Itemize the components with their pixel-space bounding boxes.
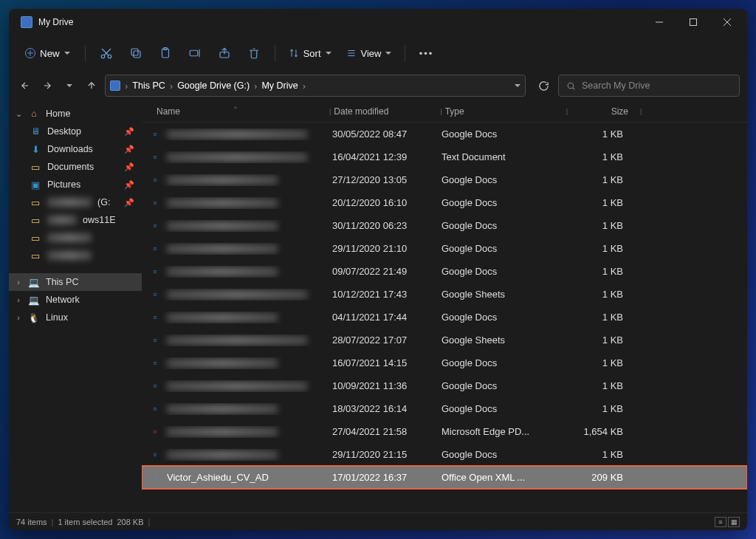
status-size: 208 KB xyxy=(117,518,143,526)
file-row[interactable]: ▫09/07/2022 21:49Google Docs1 KB xyxy=(142,260,747,283)
status-bar: 74 items | 1 item selected 208 KB | ≡ ▦ xyxy=(9,512,747,530)
file-row[interactable]: ▫30/11/2020 06:23Google Docs1 KB xyxy=(142,214,747,237)
delete-button[interactable] xyxy=(241,41,267,65)
back-button[interactable] xyxy=(16,77,34,95)
file-type: Google Docs xyxy=(441,220,560,231)
svg-rect-8 xyxy=(134,51,140,58)
file-row[interactable]: ▫20/12/2020 16:10Google Docs1 KB xyxy=(142,191,747,214)
file-row[interactable]: ▫10/09/2021 11:36Google Docs1 KB xyxy=(142,374,747,397)
new-button[interactable]: New xyxy=(18,45,78,62)
details-view-button[interactable]: ≡ xyxy=(715,517,726,527)
file-size: 1 KB xyxy=(566,357,632,368)
file-icon: ▫ xyxy=(149,380,161,392)
file-row[interactable]: ▫27/04/2021 21:58Microsoft Edge PD...1,6… xyxy=(142,420,747,443)
sidebar-item-network[interactable]: ›💻Network xyxy=(9,291,142,309)
window-title: My Drive xyxy=(38,17,73,27)
file-size: 1 KB xyxy=(566,289,632,300)
minimize-button[interactable] xyxy=(642,10,676,34)
column-header-name[interactable]: Name^ xyxy=(142,106,326,117)
sidebar-item-downloads[interactable]: ⬇Downloads📌 xyxy=(9,140,142,158)
up-button[interactable] xyxy=(83,77,100,95)
file-date: 28/07/2022 17:07 xyxy=(332,334,436,346)
sidebar-item-blurred[interactable]: ▭ xyxy=(9,247,142,264)
sidebar: ⌄⌂Home 🖥Desktop📌 ⬇Downloads📌 ▭Documents📌… xyxy=(9,100,142,512)
file-list[interactable]: ▫30/05/2022 08:47Google Docs1 KB▫16/04/2… xyxy=(142,123,747,512)
sidebar-item-documents[interactable]: ▭Documents📌 xyxy=(9,158,142,176)
file-row[interactable]: ▫29/11/2020 21:15Google Docs1 KB xyxy=(142,443,747,466)
file-icon: ▫ xyxy=(149,128,161,140)
more-button[interactable]: ••• xyxy=(413,41,439,65)
chevron-down-icon xyxy=(326,52,331,55)
sidebar-item-desktop[interactable]: 🖥Desktop📌 xyxy=(9,123,142,140)
file-date: 17/01/2022 16:37 xyxy=(332,472,436,483)
sidebar-item-blurred[interactable]: ▭ows11E xyxy=(9,211,142,229)
file-row[interactable]: ▫16/07/2021 14:15Google Docs1 KB xyxy=(142,351,747,374)
file-date: 30/05/2022 08:47 xyxy=(332,128,436,140)
breadcrumb-segment[interactable]: Google Drive (G:) xyxy=(177,80,250,91)
view-icon xyxy=(346,48,357,58)
file-type: Google Docs xyxy=(441,197,560,208)
file-row[interactable]: ▫10/12/2021 17:43Google Sheets1 KB xyxy=(142,283,747,306)
view-button[interactable]: View xyxy=(340,45,398,62)
file-size: 1 KB xyxy=(566,243,632,254)
file-row[interactable]: ▫29/11/2020 21:10Google Docs1 KB xyxy=(142,237,747,260)
icons-view-button[interactable]: ▦ xyxy=(728,517,740,527)
file-date: 16/04/2021 12:39 xyxy=(332,151,436,162)
close-button[interactable] xyxy=(710,10,744,34)
sidebar-item-blurred[interactable]: ▭ xyxy=(9,229,142,247)
file-row[interactable]: ▫18/03/2022 16:14Google Docs1 KB xyxy=(142,397,747,420)
file-date: 10/09/2021 11:36 xyxy=(332,380,436,391)
titlebar[interactable]: My Drive xyxy=(9,9,747,35)
search-input[interactable] xyxy=(582,80,732,91)
file-row[interactable]: ▫30/05/2022 08:47Google Docs1 KB xyxy=(142,123,747,145)
file-name: Victor_Ashiedu_CV_AD xyxy=(167,472,269,483)
sort-button[interactable]: Sort xyxy=(283,45,337,62)
breadcrumb-segment[interactable]: My Drive xyxy=(261,80,298,91)
recent-button[interactable] xyxy=(61,77,78,95)
sidebar-item-pictures[interactable]: ▣Pictures📌 xyxy=(9,176,142,193)
file-pane: Name^| Date modified| Type| Size| ▫30/05… xyxy=(142,100,747,512)
chevron-down-icon[interactable] xyxy=(515,84,520,87)
chevron-down-icon xyxy=(64,52,70,55)
copy-button[interactable] xyxy=(123,41,149,65)
file-size: 1 KB xyxy=(566,334,632,346)
file-row[interactable]: ▫27/12/2020 13:05Google Docs1 KB xyxy=(142,168,747,191)
sidebar-item-home[interactable]: ⌄⌂Home xyxy=(9,105,142,123)
file-size: 1 KB xyxy=(566,266,632,277)
file-size: 1,654 KB xyxy=(566,426,632,437)
file-type: Microsoft Edge PD... xyxy=(441,426,560,437)
file-row[interactable]: ▫04/11/2021 17:44Google Docs1 KB xyxy=(142,306,747,329)
status-selected: 1 item selected xyxy=(58,518,112,526)
rename-button[interactable] xyxy=(182,41,208,65)
pin-icon: 📌 xyxy=(124,162,134,172)
forward-button[interactable] xyxy=(38,77,56,95)
plus-icon xyxy=(25,48,35,58)
column-headers[interactable]: Name^| Date modified| Type| Size| xyxy=(142,100,747,123)
file-row[interactable]: ▫28/07/2022 17:07Google Sheets1 KB xyxy=(142,329,747,351)
sidebar-item-this-pc[interactable]: ›💻This PC xyxy=(9,273,142,291)
sidebar-item-blurred[interactable]: ▭ (G:📌 xyxy=(9,193,142,211)
column-header-type[interactable]: Type xyxy=(445,106,563,117)
svg-rect-1 xyxy=(690,19,697,26)
share-button[interactable] xyxy=(211,41,238,65)
column-header-size[interactable]: Size xyxy=(571,106,637,117)
file-icon: ▫ xyxy=(149,243,161,255)
file-explorer-window: My Drive New Sort View xyxy=(9,9,747,530)
column-header-date[interactable]: Date modified xyxy=(334,106,437,117)
svg-point-18 xyxy=(568,83,574,89)
file-row[interactable]: ▫Victor_Ashiedu_CV_AD17/01/2022 16:37Off… xyxy=(142,466,747,489)
file-date: 27/12/2020 13:05 xyxy=(332,174,436,185)
file-row[interactable]: ▫16/04/2021 12:39Text Document1 KB xyxy=(142,145,747,168)
search-box[interactable] xyxy=(558,75,740,97)
address-bar[interactable]: › This PC › Google Drive (G:) › My Drive… xyxy=(105,75,526,97)
breadcrumb-segment[interactable]: This PC xyxy=(132,80,165,91)
file-icon: ▫ xyxy=(149,220,161,232)
maximize-button[interactable] xyxy=(676,10,710,34)
refresh-button[interactable] xyxy=(533,75,554,96)
drive-icon xyxy=(21,16,32,28)
sidebar-item-linux[interactable]: ›🐧Linux xyxy=(9,309,142,326)
file-date: 04/11/2021 17:44 xyxy=(332,312,436,323)
file-size: 1 KB xyxy=(566,380,632,391)
cut-button[interactable] xyxy=(93,41,120,65)
paste-button[interactable] xyxy=(152,41,179,65)
